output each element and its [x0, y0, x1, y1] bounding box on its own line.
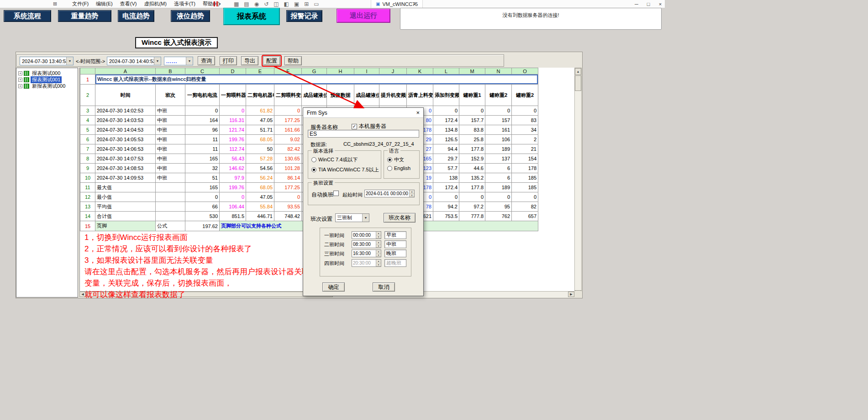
cell-r14-N[interactable]: 762 [485, 212, 512, 221]
close-icon[interactable]: × [416, 109, 420, 116]
cell-r11-D[interactable]: 199.76 [220, 183, 246, 192]
cell-r12-D[interactable]: 0 [220, 192, 246, 202]
row-header-5[interactable]: 5 [80, 125, 95, 135]
spin-up-icon[interactable]: ▴ [376, 232, 381, 235]
row-header-15[interactable]: 15 [80, 221, 95, 231]
cell-r10-A[interactable]: 2024-07-30 14:09:53 [95, 173, 156, 183]
server-name-input[interactable]: ES [308, 130, 419, 138]
spin-down-icon[interactable]: ▾ [376, 245, 381, 248]
shift-name-field-2[interactable]: 中班 [384, 240, 406, 248]
cell-r5-B[interactable]: 中班 [156, 125, 185, 135]
column-letter-K[interactable]: K [407, 68, 433, 74]
row-header-1[interactable]: 1 [80, 74, 95, 85]
cell-r4-N[interactable]: 157 [485, 116, 512, 125]
cell-r14-D[interactable]: 851.5 [220, 212, 246, 221]
cell-r14-O[interactable]: 657 [512, 212, 538, 221]
cell-r12-A[interactable]: 最小值 [95, 192, 156, 202]
maximize-button[interactable]: □ [644, 0, 653, 7]
print-button[interactable]: 打印 [220, 56, 237, 65]
sidebar-toggle-icon[interactable]: ⊞ [53, 1, 57, 7]
cell-r12-L[interactable]: 0 [433, 192, 459, 202]
cell-r11-B[interactable] [156, 183, 185, 192]
chevron-down-icon[interactable]: ▼ [362, 214, 369, 222]
col-header-H[interactable]: 预留数据 [327, 85, 354, 106]
language-option-1[interactable]: English [387, 165, 410, 171]
cell-r5-E[interactable]: 51.71 [246, 125, 274, 135]
cell-r14-F[interactable]: 748.42 [274, 212, 302, 221]
version-option-1[interactable]: TIA WinCC/WinCC 7.5以上 [311, 166, 379, 173]
cell-r3-F[interactable]: 0 [274, 106, 302, 116]
cell-r4-C[interactable]: 164 [185, 116, 220, 125]
cell-r5-F[interactable]: 161.66 [274, 125, 302, 135]
cell-r8-M[interactable]: 152.9 [459, 154, 485, 164]
cell-r12-O[interactable]: 0 [512, 192, 538, 202]
cell-r13-M[interactable]: 97.2 [459, 202, 485, 212]
local-server-checkbox[interactable]: ✓ 本机服务器 [352, 122, 386, 130]
send-ctrl-alt-del-icon[interactable]: ▦ [234, 1, 239, 7]
cell-r6-M[interactable]: 25.8 [459, 135, 485, 144]
column-letter-D[interactable]: D [220, 68, 246, 74]
cancel-button[interactable]: 取消 [373, 282, 395, 292]
show-library-icon[interactable]: ◧ [284, 1, 289, 7]
menu-tabs[interactable]: 选项卡(T) [174, 0, 195, 7]
help-button[interactable]: 帮助 [284, 56, 302, 65]
row-header-2[interactable]: 2 [80, 85, 95, 106]
shift-name-field-3[interactable]: 晚班 [384, 250, 406, 257]
start-time-picker[interactable]: 2024-07-30 13:40:53 ▼ [20, 57, 74, 65]
cell-r9-O[interactable]: 178 [512, 164, 538, 173]
chevron-down-icon[interactable]: ▼ [66, 57, 73, 65]
cell-r9-E[interactable]: 54.56 [246, 164, 274, 173]
cell-r4-D[interactable]: 116.31 [220, 116, 246, 125]
cell-r4-E[interactable]: 47.05 [246, 116, 274, 125]
shift-mode-combo[interactable]: 三班制 ▼ [335, 213, 369, 222]
column-letter-O[interactable]: O [512, 68, 538, 74]
cell-r12-B[interactable] [156, 192, 185, 202]
spin-up-icon[interactable]: ▴ [410, 190, 414, 194]
cell-r5-N[interactable]: 161 [485, 125, 512, 135]
cell-r13-L[interactable]: 94.2 [433, 202, 459, 212]
cell-r13-E[interactable]: 55.84 [246, 202, 274, 212]
cell-r9-F[interactable]: 101.28 [274, 164, 302, 173]
cell-r3-C[interactable]: 0 [185, 106, 220, 116]
footer-label-cell[interactable]: 页脚 [95, 221, 156, 231]
cell-r4-O[interactable]: 83 [512, 116, 538, 125]
cell-r7-M[interactable]: 177.8 [459, 144, 485, 154]
cell-r8-B[interactable]: 中班 [156, 154, 185, 164]
row-header-8[interactable]: 8 [80, 154, 95, 164]
cell-r6-E[interactable]: 68.05 [246, 135, 274, 144]
col-header-G[interactable]: 成品罐液位1 [302, 85, 327, 106]
column-letter-B[interactable]: B [156, 68, 185, 74]
spin-up-icon[interactable]: ▴ [376, 241, 381, 245]
config-button[interactable]: 配置 [263, 56, 280, 65]
cell-r7-F[interactable]: 82.42 [274, 144, 302, 154]
cell-r8-A[interactable]: 2024-07-30 14:07:53 [95, 154, 156, 164]
revert-snapshot-icon[interactable]: ↺ [264, 1, 268, 7]
cell-r10-F[interactable]: 86.14 [274, 173, 302, 183]
cell-r10-O[interactable]: 185 [512, 173, 538, 183]
col-header-F[interactable]: 二剪喂料变频器电流 [274, 85, 302, 106]
cell-r3-D[interactable]: 0 [220, 106, 246, 116]
col-header-J[interactable]: 提升机变频电流 [379, 85, 407, 106]
cell-r9-N[interactable]: 6 [485, 164, 512, 173]
cell-r14-C[interactable]: 530 [185, 212, 220, 221]
column-letter-H[interactable]: H [327, 68, 354, 74]
cell-r11-O[interactable]: 185 [512, 183, 538, 192]
cell-r4-M[interactable]: 157.7 [459, 116, 485, 125]
minimize-button[interactable]: ─ [632, 0, 641, 7]
cell-r6-N[interactable]: 106 [485, 135, 512, 144]
cell-r3-A[interactable]: 2024-07-30 14:02:53 [95, 106, 156, 116]
devices-icon[interactable]: ▤ [244, 1, 249, 7]
nav-button-weight-trend[interactable]: 重量趋势 [58, 10, 111, 22]
menu-file[interactable]: 文件(F) [72, 0, 89, 7]
cell-r12-N[interactable]: 0 [485, 192, 512, 202]
cell-r13-D[interactable]: 106.44 [220, 202, 246, 212]
col-header-C[interactable]: 一剪电机电流 [185, 85, 220, 106]
shift-start-time-spinner[interactable]: 2024-01-01 00:00:00 ▴▾ [364, 190, 415, 197]
col-header-E[interactable]: 二剪电机器电流 [246, 85, 274, 106]
cell-r12-E[interactable]: 47.05 [246, 192, 274, 202]
cell-r14-A[interactable]: 合计值 [95, 212, 156, 221]
cell-r7-A[interactable]: 2024-07-30 14:06:53 [95, 144, 156, 154]
shift-names-button[interactable]: 班次名称 [384, 213, 416, 223]
chevron-down-icon[interactable]: ▼ [186, 57, 193, 65]
cell-r8-N[interactable]: 137 [485, 154, 512, 164]
